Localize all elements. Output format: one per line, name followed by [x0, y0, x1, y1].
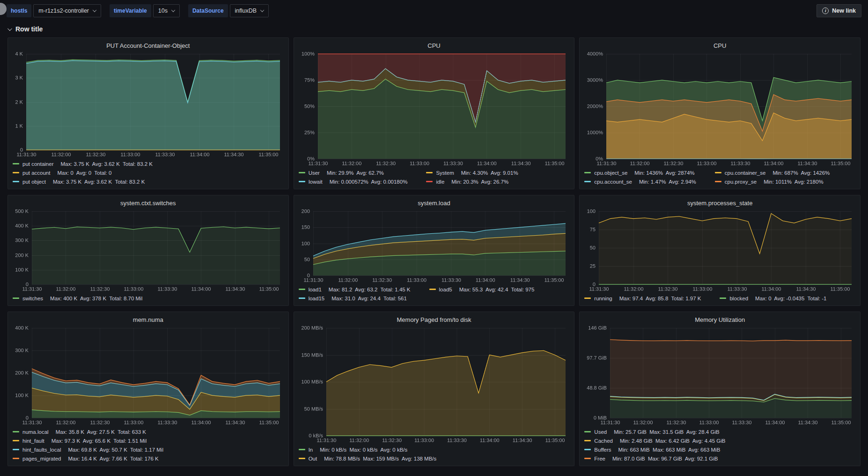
- panel-title[interactable]: system.load: [299, 198, 570, 208]
- series-name: running: [594, 296, 612, 301]
- series-name: cpu.account_se: [594, 179, 632, 185]
- legend-item-load5[interactable]: load5Max: 55.3 Avg: 42.4 Total: 975: [429, 285, 535, 293]
- variable-value-dropdown[interactable]: 10s: [153, 4, 180, 17]
- chart-plot-area[interactable]: [13, 208, 284, 293]
- dashboard-grid: PUT Account-Container-Object put contain…: [0, 37, 868, 470]
- chevron-down-icon: [7, 26, 12, 31]
- legend-item-put-container[interactable]: put containerMax: 3.75 K Avg: 3.62 K Tot…: [13, 160, 284, 168]
- new-link-button[interactable]: New link: [817, 4, 861, 17]
- variable-value-text: m-r1z1s2-controller: [38, 7, 89, 14]
- series-color-dash-icon: [299, 172, 305, 173]
- series-color-dash-icon: [299, 449, 305, 450]
- row-title-text: Row title: [15, 25, 43, 33]
- series-name: numa.local: [22, 429, 49, 435]
- panel-title[interactable]: Memory Utilization: [584, 314, 855, 325]
- series-color-dash-icon: [13, 181, 19, 182]
- floating-circle-button[interactable]: [0, 3, 7, 15]
- legend-item-idle[interactable]: idleMin: 20.3% Avg: 26.7%: [426, 178, 518, 186]
- legend-item-put-object[interactable]: put objectMax: 3.75 K Avg: 3.62 K Total:…: [13, 178, 284, 186]
- series-name: idle: [436, 179, 444, 185]
- legend-item-numa-local[interactable]: numa.localMax: 35.8 K Avg: 27.5 K Total:…: [13, 428, 284, 436]
- chart-plot-area[interactable]: [299, 51, 570, 167]
- panel-title[interactable]: PUT Account-Container-Object: [13, 40, 284, 51]
- chart-plot-area[interactable]: [584, 325, 855, 426]
- series-stats: Max: 400 K Avg: 378 K Total: 8.70 Mil: [50, 296, 142, 301]
- legend-item-load1[interactable]: load1Max: 81.2 Avg: 63.2 Total: 1.45 K: [299, 285, 411, 293]
- chevron-down-icon: [260, 8, 264, 12]
- panel-title[interactable]: system.processes_state: [584, 198, 855, 208]
- series-color-dash-icon: [715, 172, 721, 173]
- panel-title[interactable]: system.ctxt.switches: [13, 198, 284, 208]
- chart-canvas: [13, 208, 284, 293]
- chart-plot-area[interactable]: [299, 208, 570, 284]
- legend-item-free[interactable]: FreeMin: 87.0 GiB Max: 96.7 GiB Avg: 92.…: [584, 454, 855, 462]
- series-color-dash-icon: [13, 449, 19, 450]
- series-stats: Min: 687% Avg: 1426%: [772, 170, 830, 176]
- legend: load1Max: 81.2 Avg: 63.2 Total: 1.45 Klo…: [299, 284, 570, 302]
- series-stats: Min: 25.7 GiB Max: 31.5 GiB Avg: 28.4 Gi…: [614, 429, 719, 435]
- series-stats: Max: 81.2 Avg: 63.2 Total: 1.45 K: [329, 287, 411, 292]
- series-stats: Max: 0 Avg: 0 Total: 0: [57, 170, 111, 176]
- series-name: hint_faults_local: [22, 447, 61, 453]
- chart-canvas: [13, 51, 284, 158]
- series-name: User: [309, 170, 320, 176]
- legend-item-cached[interactable]: CachedMin: 2.48 GiB Max: 6.42 GiB Avg: 4…: [584, 437, 855, 445]
- series-name: hint_fault: [22, 438, 44, 444]
- panel-title[interactable]: Memory Paged from/to disk: [299, 314, 570, 325]
- series-name: put container: [22, 161, 54, 167]
- chart-canvas: [13, 325, 284, 426]
- legend-item-in[interactable]: InMin: 0 kB/s Max: 0 kB/s Avg: 0 kB/s: [299, 446, 570, 454]
- chart-plot-area[interactable]: [13, 325, 284, 426]
- legend-item-buffers[interactable]: BuffersMin: 663 MiB Max: 663 MiB Avg: 66…: [584, 446, 855, 454]
- series-color-dash-icon: [426, 172, 433, 173]
- series-stats: Max: 3.75 K Avg: 3.62 K Total: 83.2 K: [53, 179, 145, 185]
- chart-plot-area[interactable]: [13, 51, 284, 158]
- legend-item-iowait[interactable]: IowaitMin: 0.000572% Avg: 0.00180%: [299, 178, 408, 186]
- legend-item-user[interactable]: UserMin: 29.9% Avg: 62.7%: [299, 169, 408, 177]
- series-stats: Max: 0 Avg: -0.0435 Total: -1: [755, 296, 826, 301]
- chart-plot-area[interactable]: [584, 51, 855, 167]
- legend-item-load15[interactable]: load15Max: 31.0 Avg: 24.4 Total: 561: [299, 294, 411, 302]
- legend-item-hint-faults-local[interactable]: hint_faults_localMax: 69.8 K Avg: 50.7 K…: [13, 446, 284, 454]
- legend-item-cpu-container-se[interactable]: cpu.container_seMin: 687% Avg: 1426%: [715, 169, 830, 177]
- series-color-dash-icon: [584, 458, 591, 459]
- chart-plot-area[interactable]: [584, 208, 855, 293]
- series-color-dash-icon: [429, 289, 436, 290]
- panel-title[interactable]: CPU: [584, 40, 855, 51]
- series-color-dash-icon: [13, 440, 19, 441]
- series-color-dash-icon: [584, 440, 591, 441]
- legend-item-cpu-account-se[interactable]: cpu.account_seMin: 1.47% Avg: 2.94%: [584, 178, 696, 186]
- legend-item-cpu-proxy-se[interactable]: cpu.proxy_seMin: 1011% Avg: 2180%: [715, 178, 830, 186]
- legend-item-system[interactable]: SystemMin: 4.30% Avg: 9.01%: [426, 169, 518, 177]
- legend-item-switches[interactable]: switchesMax: 400 K Avg: 378 K Total: 8.7…: [13, 294, 284, 302]
- series-name: load5: [439, 287, 452, 292]
- variable-value-dropdown[interactable]: influxDB: [230, 4, 269, 17]
- legend-item-running[interactable]: runningMax: 97.4 Avg: 85.8 Total: 1.97 K: [584, 294, 701, 302]
- series-color-dash-icon: [584, 431, 591, 432]
- panel-title[interactable]: CPU: [299, 40, 570, 51]
- legend-item-hint-fault[interactable]: hint_faultMax: 97.3 K Avg: 65.6 K Total:…: [13, 437, 284, 445]
- series-name: In: [309, 447, 313, 453]
- legend-item-pages-migrated[interactable]: pages_migratedMax: 16.4 K Avg: 7.66 K To…: [13, 454, 284, 462]
- legend-item-blocked[interactable]: blockedMax: 0 Avg: -0.0435 Total: -1: [720, 294, 826, 302]
- series-name: cpu.object_se: [594, 170, 627, 176]
- chart-plot-area[interactable]: [299, 325, 570, 444]
- series-stats: Max: 97.3 K Avg: 65.6 K Total: 1.51 Mil: [51, 438, 147, 444]
- series-stats: Min: 663 MiB Max: 663 MiB Avg: 663 MiB: [618, 447, 721, 453]
- variable-value-dropdown[interactable]: m-r1z1s2-controller: [33, 4, 101, 17]
- legend-item-used[interactable]: UsedMin: 25.7 GiB Max: 31.5 GiB Avg: 28.…: [584, 428, 855, 436]
- row-collapse-toggle[interactable]: Row title: [0, 22, 868, 37]
- series-stats: Min: 0 kB/s Max: 0 kB/s Avg: 0 kB/s: [320, 447, 407, 453]
- series-name: System: [436, 170, 454, 176]
- chevron-down-icon: [171, 8, 175, 12]
- legend-item-cpu-object-se[interactable]: cpu.object_seMin: 1436% Avg: 2874%: [584, 169, 696, 177]
- variable-label: hostIs: [7, 4, 31, 17]
- panel-title[interactable]: mem.numa: [13, 314, 284, 325]
- series-color-dash-icon: [426, 181, 433, 182]
- panel-mem-numa: mem.numa numa.localMax: 35.8 K Avg: 27.5…: [7, 312, 289, 466]
- legend-item-out[interactable]: OutMin: 78.8 MB/s Max: 159 MB/s Avg: 138…: [299, 454, 570, 462]
- series-color-dash-icon: [13, 298, 19, 299]
- series-stats: Min: 0.000572% Avg: 0.00180%: [330, 179, 408, 185]
- legend-item-put-account[interactable]: put accountMax: 0 Avg: 0 Total: 0: [13, 169, 284, 177]
- series-stats: Min: 1436% Avg: 2874%: [634, 170, 694, 176]
